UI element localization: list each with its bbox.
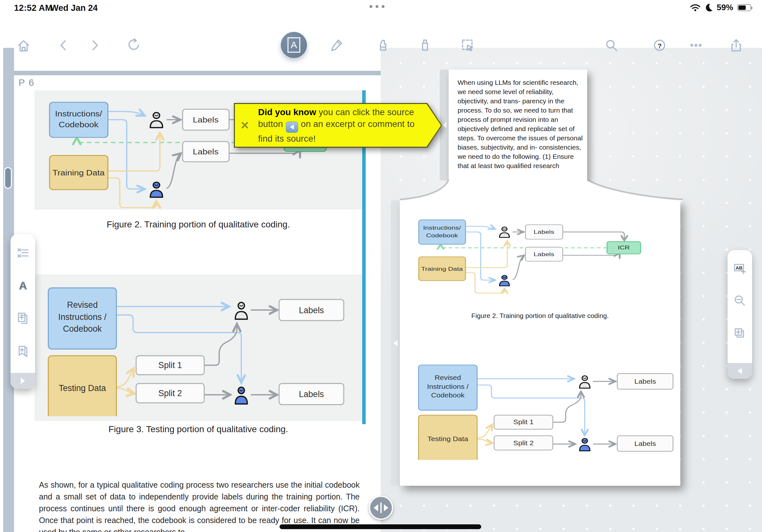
share-icon <box>728 37 744 53</box>
search-button[interactable] <box>604 37 619 53</box>
svg-text:Training Data: Training Data <box>421 266 463 272</box>
add-bookmark-button[interactable] <box>16 344 30 358</box>
workspace-collapse-button[interactable] <box>391 200 400 486</box>
pen-tool-button[interactable] <box>329 37 344 53</box>
excerpt-card[interactable]: When using LLMs for scientific research,… <box>449 70 587 180</box>
svg-text:Testing Data: Testing Data <box>427 435 469 443</box>
expand-panel-button[interactable] <box>11 373 35 389</box>
home-button[interactable] <box>16 37 31 53</box>
pen-icon <box>329 37 344 53</box>
svg-text:Instructions /: Instructions / <box>58 312 107 322</box>
researcher-1-icon <box>579 376 590 388</box>
researcher-1-icon <box>499 227 509 237</box>
undo-icon <box>126 37 141 53</box>
back-button[interactable] <box>56 37 71 53</box>
resize-handle-bar <box>380 502 382 513</box>
multitasking-dots-icon[interactable] <box>369 5 395 8</box>
svg-text:Labels: Labels <box>299 389 324 399</box>
split-view-resize-handle[interactable] <box>369 496 393 520</box>
source-arrow-icon <box>442 122 446 128</box>
add-page-button[interactable] <box>733 327 747 341</box>
marker-tool-button[interactable] <box>418 37 433 53</box>
svg-text:Training Data: Training Data <box>53 168 105 177</box>
resize-left-arrow-icon <box>374 504 378 511</box>
expand-arrow-icon <box>21 378 25 384</box>
marker-icon <box>418 37 433 53</box>
help-button[interactable]: ? <box>652 37 667 53</box>
svg-text:Labels: Labels <box>634 378 656 385</box>
svg-text:Instructions /: Instructions / <box>427 383 469 390</box>
excerpt-text: When using LLMs for scientific research,… <box>458 78 583 170</box>
home-indicator[interactable] <box>279 524 481 529</box>
svg-text:Instructions/: Instructions/ <box>423 225 461 231</box>
home-icon <box>16 37 31 53</box>
add-text-box-button[interactable]: AB <box>733 262 747 276</box>
wifi-icon <box>690 4 701 12</box>
workspace-figure2-caption: Figure 2. Training portion of qualitativ… <box>400 312 680 320</box>
researcher-1-icon <box>235 302 247 319</box>
svg-text:Codebook: Codebook <box>431 392 465 399</box>
screenshot-tool-icon <box>460 37 475 53</box>
text-style-icon: A <box>16 279 30 293</box>
researcher-2-icon <box>499 275 509 286</box>
close-callout-button[interactable]: ✕ <box>240 119 250 132</box>
share-button[interactable] <box>728 37 744 53</box>
svg-text:Labels: Labels <box>193 147 219 156</box>
zoom-out-button[interactable] <box>733 294 747 308</box>
svg-text:Labels: Labels <box>534 229 554 235</box>
page-number-label: P 6 <box>19 77 35 88</box>
highlighter-icon <box>375 37 391 53</box>
text-style-button[interactable]: A <box>16 279 30 293</box>
undo-button[interactable] <box>126 37 141 53</box>
svg-text:Codebook: Codebook <box>59 120 99 129</box>
svg-text:Codebook: Codebook <box>63 324 102 334</box>
zoom-out-icon <box>733 294 747 308</box>
excerpt-connection-funnel <box>400 177 683 202</box>
add-document-button[interactable] <box>16 311 30 325</box>
source-button-glyph <box>286 121 298 133</box>
status-date: Wed Jan 24 <box>50 3 98 13</box>
researcher-1-icon <box>150 112 163 128</box>
status-right-cluster: 59% <box>690 3 751 13</box>
figure3-caption: Figure 3. Testing portion of qualitative… <box>35 424 362 434</box>
callout-bold-text: Did you know <box>258 107 316 117</box>
tip-callout-text: Did you know you can click the source bu… <box>258 106 419 145</box>
forward-button[interactable] <box>87 37 102 53</box>
collapse-panel-button[interactable] <box>727 363 752 379</box>
svg-text:Labels: Labels <box>634 440 656 447</box>
svg-text:Split 1: Split 1 <box>158 360 182 370</box>
battery-icon <box>737 4 751 11</box>
chevron-right-icon <box>87 37 102 53</box>
tip-callout: ✕ Did you know you can click the source … <box>234 103 442 148</box>
page-separator <box>14 71 381 75</box>
status-time: 12:52 AM <box>14 3 52 13</box>
add-text-box-icon: AB <box>733 262 747 276</box>
svg-text:Split 2: Split 2 <box>513 439 534 446</box>
svg-text:Labels: Labels <box>299 305 324 315</box>
add-document-icon <box>16 311 30 325</box>
svg-text:Testing Data: Testing Data <box>59 383 106 393</box>
svg-text:Instructions/: Instructions/ <box>55 109 102 118</box>
collapse-list-button[interactable] <box>16 246 30 260</box>
text-select-tool-button[interactable]: A <box>281 32 307 58</box>
workspace-figure3-diagram: Revised Instructions / Codebook Testing … <box>417 359 681 460</box>
screenshot-tool-button[interactable] <box>460 37 475 53</box>
svg-text:ICR: ICR <box>618 245 630 251</box>
svg-text:Revised: Revised <box>67 300 98 310</box>
figure3-diagram: Revised Instructions / Codebook Testing … <box>46 279 352 416</box>
workspace-figure2-diagram: Instructions/ Codebook Training Data Lab… <box>415 213 667 297</box>
more-button[interactable] <box>688 37 704 53</box>
svg-text:Codebook: Codebook <box>426 232 458 238</box>
researcher-2-icon <box>150 182 163 197</box>
search-icon <box>604 37 619 53</box>
add-bookmark-icon <box>16 344 30 358</box>
text-select-tool-icon: A <box>287 37 300 53</box>
moon-icon <box>705 4 713 12</box>
drawer-handle[interactable] <box>4 167 12 189</box>
highlighter-tool-button[interactable] <box>375 37 391 53</box>
resize-right-arrow-icon <box>384 504 388 511</box>
svg-text:?: ? <box>658 42 662 49</box>
toolbar: A ? <box>0 15 762 48</box>
svg-text:Labels: Labels <box>534 251 554 257</box>
collapse-arrow-icon <box>393 340 398 346</box>
